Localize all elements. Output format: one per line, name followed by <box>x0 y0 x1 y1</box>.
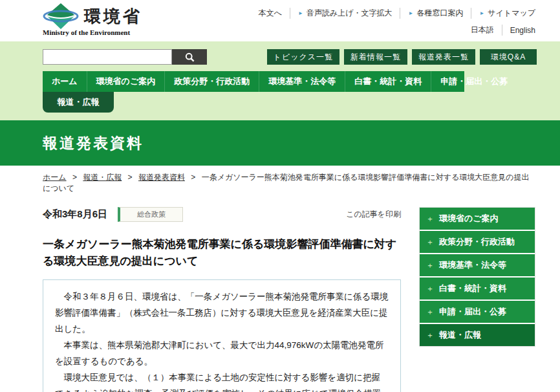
page-banner: 報道発表資料 <box>0 120 560 166</box>
article-date: 令和3年8月6日 <box>43 208 107 221</box>
article-title: 一条メガソーラー熊本菊池発電所事業に係る環境影響評価準備書に対する環境大臣意見の… <box>43 236 401 269</box>
sidebar-item-whitepapers[interactable]: ＋白書・統計・資料 <box>420 278 535 299</box>
sidebar-item-press[interactable]: ＋報道・広報 <box>420 324 535 346</box>
article: 令和3年8月6日 総合政策 この記事を印刷 一条メガソーラー熊本菊池発電所事業に… <box>43 207 401 392</box>
article-paragraph: 令和３年８月６日、環境省は、「一条メガソーラー熊本菊池発電所事業に係る環境影響評… <box>55 289 389 338</box>
search-icon <box>185 52 195 62</box>
header-band: トピックス一覧 新着情報一覧 報道発表一覧 環境Q&A ホーム 環境省のご案内 … <box>0 41 560 120</box>
plus-icon: ＋ <box>426 307 434 318</box>
breadcrumb-press-release-link[interactable]: 報道発表資料 <box>138 173 185 182</box>
plus-icon: ＋ <box>426 260 434 271</box>
article-paragraph: 環境大臣意見では、（１）本事業による土地の安定性に対する影響を適切に把握できるよ… <box>55 370 389 392</box>
utility-nav: 本文へ ►音声読み上げ・文字拡大 ►各種窓口案内 ►サイトマップ <box>251 8 535 19</box>
plus-icon: ＋ <box>426 213 434 224</box>
arrow-icon: ► <box>298 10 303 16</box>
arrow-icon: ► <box>479 10 484 16</box>
print-article-link[interactable]: この記事を印刷 <box>346 209 401 220</box>
sidebar-item-applications[interactable]: ＋申請・届出・公募 <box>420 301 535 323</box>
language-switcher: 日本語 English <box>463 25 535 36</box>
article-body: 令和３年８月６日、環境省は、「一条メガソーラー熊本菊池発電所事業に係る環境影響評… <box>43 279 401 392</box>
quick-buttons: トピックス一覧 新着情報一覧 報道発表一覧 環境Q&A <box>267 49 537 65</box>
logo-title-jp: 環境省 <box>84 5 142 28</box>
breadcrumb-home-link[interactable]: ホーム <box>43 173 67 182</box>
press-release-list-button[interactable]: 報道発表一覧 <box>412 49 475 65</box>
arrow-icon: ► <box>408 10 413 16</box>
lang-english-link[interactable]: English <box>502 26 535 35</box>
search-button[interactable] <box>172 49 207 65</box>
sidebar-item-policy[interactable]: ＋政策分野・行政活動 <box>420 231 535 253</box>
article-paragraph: 本事業は、熊本県菊池郡大津町において、最大で出力44,976kWの太陽電池発電所… <box>55 338 389 370</box>
page: 環境省 Ministry of the Environment 本文へ ►音声読… <box>0 0 560 392</box>
breadcrumb: ホーム > 報道・広報 > 報道発表資料 > 一条メガソーラー熊本菊池発電所事業… <box>43 172 535 194</box>
env-qa-button[interactable]: 環境Q&A <box>480 49 537 65</box>
accessibility-link[interactable]: ►音声読み上げ・文字拡大 <box>290 8 400 19</box>
breadcrumb-separator: > <box>191 173 195 182</box>
plus-icon: ＋ <box>426 330 434 341</box>
plus-icon: ＋ <box>426 283 434 294</box>
nav-item-whitepapers[interactable]: 白書・統計・資料 <box>345 71 431 92</box>
topics-list-button[interactable]: トピックス一覧 <box>267 49 339 65</box>
lang-japanese-link[interactable]: 日本語 <box>463 25 502 36</box>
nav-item-home[interactable]: ホーム <box>43 71 87 92</box>
nav-item-applications[interactable]: 申請・届出・公募 <box>431 71 517 92</box>
search-input[interactable] <box>43 49 172 65</box>
site-header: 環境省 Ministry of the Environment 本文へ ►音声読… <box>0 0 560 41</box>
nav-item-about[interactable]: 環境省のご案内 <box>87 71 165 92</box>
content-area: 令和3年8月6日 総合政策 この記事を印刷 一条メガソーラー熊本菊池発電所事業に… <box>43 207 535 392</box>
skip-to-content-link[interactable]: 本文へ <box>251 8 290 19</box>
main-nav: ホーム 環境省のご案内 政策分野・行政活動 環境基準・法令等 白書・統計・資料 … <box>43 71 464 92</box>
logo-title-en: Ministry of the Environment <box>43 28 142 36</box>
section-sidebar: ＋環境省のご案内 ＋政策分野・行政活動 ＋環境基準・法令等 ＋白書・統計・資料 … <box>419 207 535 347</box>
nav-item-policy[interactable]: 政策分野・行政活動 <box>164 71 259 92</box>
plus-icon: ＋ <box>426 237 434 248</box>
sidebar-item-about[interactable]: ＋環境省のご案内 <box>420 208 535 230</box>
breadcrumb-separator: > <box>128 173 133 182</box>
sidebar-item-standards[interactable]: ＋環境基準・法令等 <box>420 254 535 276</box>
breadcrumb-press-section-link[interactable]: 報道・広報 <box>83 173 122 182</box>
sitemap-link[interactable]: ►サイトマップ <box>471 8 535 19</box>
new-info-list-button[interactable]: 新着情報一覧 <box>344 49 407 65</box>
ministry-logo-icon <box>43 3 79 30</box>
ministry-logo[interactable]: 環境省 Ministry of the Environment <box>43 3 142 36</box>
category-tag[interactable]: 総合政策 <box>118 207 183 222</box>
page-title: 報道発表資料 <box>43 133 144 153</box>
contact-windows-link[interactable]: ►各種窓口案内 <box>400 8 471 19</box>
nav-item-press-active[interactable]: 報道・広報 <box>43 92 114 113</box>
nav-item-standards[interactable]: 環境基準・法令等 <box>259 71 345 92</box>
breadcrumb-separator: > <box>72 173 77 182</box>
